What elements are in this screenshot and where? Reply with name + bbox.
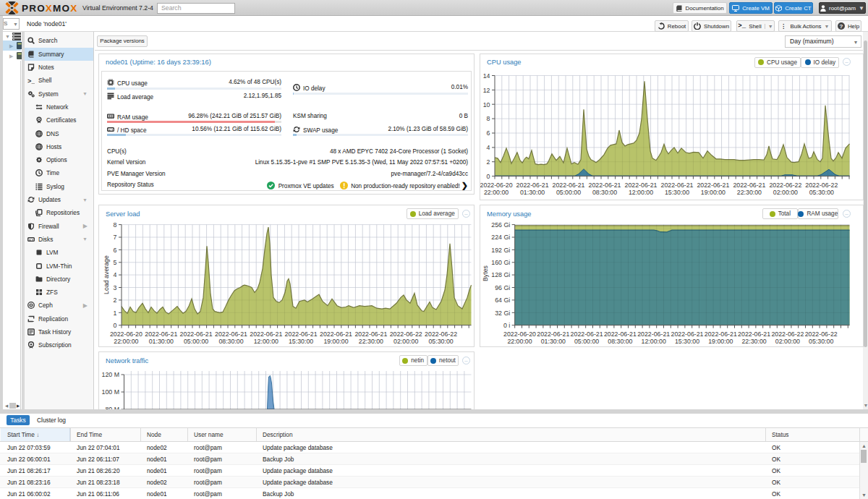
svg-text:2022-06-21: 2022-06-21 bbox=[738, 330, 770, 338]
svg-text:2022-06-21: 2022-06-21 bbox=[604, 330, 637, 338]
svg-text:2022-06-21: 2022-06-21 bbox=[697, 182, 729, 189]
svg-text:22:30:00: 22:30:00 bbox=[359, 338, 383, 345]
svg-text:2022-06-21: 2022-06-21 bbox=[625, 182, 658, 189]
svg-text:2022-06-22: 2022-06-22 bbox=[771, 330, 804, 338]
svg-text:2022-06-21: 2022-06-21 bbox=[733, 182, 765, 189]
svg-text:12:00:00: 12:00:00 bbox=[629, 189, 653, 196]
svg-text:2022-06-21: 2022-06-21 bbox=[705, 330, 737, 338]
svg-text:22:00:00: 22:00:00 bbox=[507, 338, 532, 345]
svg-text:8: 8 bbox=[114, 221, 117, 229]
svg-text:1: 1 bbox=[114, 310, 117, 317]
svg-text:22:00:00: 22:00:00 bbox=[114, 338, 138, 345]
svg-text:08:30:00: 08:30:00 bbox=[592, 189, 617, 196]
svg-text:5: 5 bbox=[114, 259, 117, 266]
svg-text:192 Gi: 192 Gi bbox=[491, 247, 510, 254]
svg-text:2022-06-21: 2022-06-21 bbox=[285, 330, 318, 338]
svg-text:6: 6 bbox=[114, 247, 117, 254]
svg-text:2022-06-21: 2022-06-21 bbox=[661, 182, 694, 189]
svg-text:12:00:00: 12:00:00 bbox=[254, 338, 278, 345]
svg-text:256 Gi: 256 Gi bbox=[491, 221, 510, 229]
svg-text:19:00:00: 19:00:00 bbox=[701, 189, 726, 196]
svg-text:2022-06-21: 2022-06-21 bbox=[553, 182, 585, 189]
svg-text:2022-06-22: 2022-06-22 bbox=[390, 330, 422, 338]
svg-text:08:30:00: 08:30:00 bbox=[608, 338, 632, 345]
svg-text:2022-06-21: 2022-06-21 bbox=[537, 330, 569, 338]
svg-text:19:00:00: 19:00:00 bbox=[708, 338, 733, 345]
svg-text:2022-06-20: 2022-06-20 bbox=[480, 182, 513, 189]
svg-text:19:00:00: 19:00:00 bbox=[323, 338, 348, 345]
svg-text:01:30:00: 01:30:00 bbox=[520, 189, 545, 196]
svg-text:14: 14 bbox=[483, 72, 490, 80]
svg-text:05:30:00: 05:30:00 bbox=[809, 189, 834, 196]
svg-text:2: 2 bbox=[487, 158, 490, 166]
svg-text:05:00:00: 05:00:00 bbox=[574, 338, 599, 345]
svg-text:08:30:00: 08:30:00 bbox=[218, 338, 243, 345]
svg-text:15:30:00: 15:30:00 bbox=[665, 189, 689, 196]
svg-text:0: 0 bbox=[487, 173, 490, 180]
svg-text:05:30:00: 05:30:00 bbox=[809, 338, 833, 345]
svg-text:22:00:00: 22:00:00 bbox=[484, 189, 509, 196]
svg-text:22:30:00: 22:30:00 bbox=[741, 338, 766, 345]
svg-text:0: 0 bbox=[114, 322, 117, 329]
svg-text:01:30:00: 01:30:00 bbox=[541, 338, 566, 345]
svg-text:12: 12 bbox=[483, 87, 490, 94]
svg-text:Load average: Load average bbox=[103, 255, 110, 294]
svg-text:22:30:00: 22:30:00 bbox=[737, 189, 762, 196]
svg-text:7: 7 bbox=[114, 234, 117, 241]
svg-text:2022-06-22: 2022-06-22 bbox=[805, 330, 838, 338]
svg-text:64 Gi: 64 Gi bbox=[495, 297, 510, 304]
svg-text:02:00:00: 02:00:00 bbox=[775, 338, 800, 345]
svg-text:224 Gi: 224 Gi bbox=[491, 234, 510, 241]
svg-text:6: 6 bbox=[487, 129, 490, 137]
svg-text:2022-06-21: 2022-06-21 bbox=[180, 330, 213, 338]
svg-text:15:30:00: 15:30:00 bbox=[289, 338, 313, 345]
svg-text:4: 4 bbox=[114, 271, 117, 278]
svg-text:2022-06-22: 2022-06-22 bbox=[769, 182, 801, 189]
svg-text:2022-06-21: 2022-06-21 bbox=[354, 330, 387, 338]
svg-text:10: 10 bbox=[483, 101, 490, 108]
svg-text:2022-06-20: 2022-06-20 bbox=[110, 330, 142, 338]
svg-text:3: 3 bbox=[114, 284, 117, 291]
svg-text:0 i: 0 i bbox=[503, 322, 510, 329]
svg-text:2022-06-21: 2022-06-21 bbox=[516, 182, 549, 189]
svg-text:96 Gi: 96 Gi bbox=[495, 284, 510, 291]
svg-text:05:30:00: 05:30:00 bbox=[428, 338, 453, 345]
svg-text:2022-06-21: 2022-06-21 bbox=[571, 330, 603, 338]
svg-text:Bytes: Bytes bbox=[482, 265, 489, 281]
svg-text:4: 4 bbox=[487, 144, 490, 151]
svg-text:02:00:00: 02:00:00 bbox=[393, 338, 418, 345]
svg-text:2022-06-22: 2022-06-22 bbox=[425, 330, 457, 338]
svg-text:05:00:00: 05:00:00 bbox=[184, 338, 208, 345]
svg-text:8: 8 bbox=[487, 115, 490, 122]
svg-text:120 M: 120 M bbox=[102, 371, 119, 378]
svg-text:160 Gi: 160 Gi bbox=[491, 259, 510, 266]
svg-text:2022-06-21: 2022-06-21 bbox=[145, 330, 177, 338]
svg-text:01:30:00: 01:30:00 bbox=[149, 338, 174, 345]
svg-text:2022-06-21: 2022-06-21 bbox=[637, 330, 670, 338]
svg-text:2022-06-21: 2022-06-21 bbox=[320, 330, 352, 338]
svg-text:32 Gi: 32 Gi bbox=[495, 310, 510, 317]
svg-text:2022-06-22: 2022-06-22 bbox=[805, 182, 838, 189]
svg-text:2: 2 bbox=[114, 297, 117, 304]
svg-text:128 Gi: 128 Gi bbox=[491, 271, 510, 278]
svg-text:15:30:00: 15:30:00 bbox=[675, 338, 699, 345]
svg-text:100 M: 100 M bbox=[102, 388, 119, 396]
svg-text:2022-06-21: 2022-06-21 bbox=[671, 330, 704, 338]
svg-text:2022-06-21: 2022-06-21 bbox=[250, 330, 282, 338]
svg-text:2022-06-21: 2022-06-21 bbox=[589, 182, 621, 189]
svg-text:02:00:00: 02:00:00 bbox=[773, 189, 798, 196]
svg-text:2022-06-21: 2022-06-21 bbox=[215, 330, 247, 338]
svg-text:12:00:00: 12:00:00 bbox=[642, 338, 666, 345]
svg-text:2022-06-20: 2022-06-20 bbox=[503, 330, 536, 338]
svg-text:05:00:00: 05:00:00 bbox=[556, 189, 581, 196]
